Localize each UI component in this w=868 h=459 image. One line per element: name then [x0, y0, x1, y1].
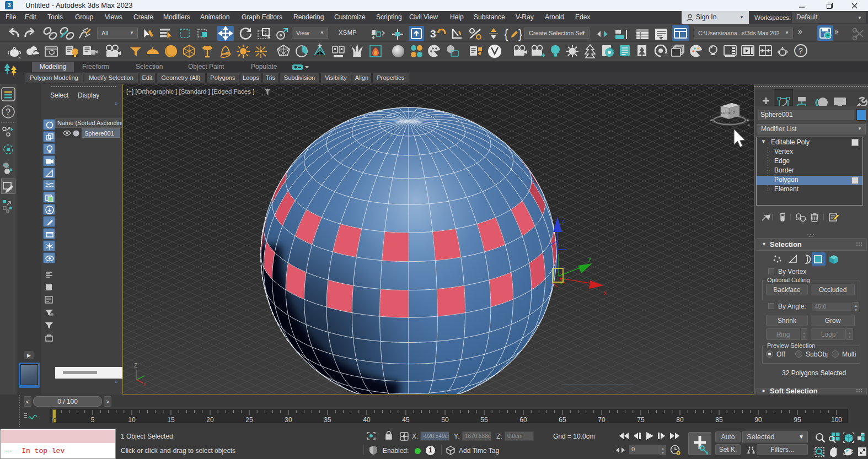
svg-text:65: 65 — [559, 416, 566, 424]
svg-text:30: 30 — [285, 416, 292, 424]
svg-text:45: 45 — [402, 416, 410, 424]
svg-text:10: 10 — [128, 416, 136, 424]
svg-text:}: } — [518, 27, 522, 41]
svg-text:15: 15 — [167, 416, 175, 424]
svg-text:85: 85 — [715, 416, 723, 424]
svg-text:[+] [Orthographic ] [Standard: [+] [Orthographic ] [Standard ] [Edged F… — [126, 88, 254, 95]
svg-text:70: 70 — [598, 416, 606, 424]
svg-text:y: y — [588, 256, 591, 262]
svg-text:90: 90 — [754, 416, 762, 424]
svg-text:95: 95 — [794, 416, 801, 424]
svg-text:3: 3 — [430, 28, 436, 40]
svg-text:75: 75 — [637, 416, 645, 424]
svg-text:50: 50 — [441, 416, 449, 424]
svg-text:40: 40 — [363, 416, 371, 424]
svg-text:20: 20 — [206, 416, 214, 424]
svg-text:80: 80 — [676, 416, 684, 424]
svg-text:100: 100 — [831, 416, 842, 424]
svg-text:?: ? — [799, 46, 803, 55]
svg-text:25: 25 — [245, 416, 253, 424]
svg-text:35: 35 — [324, 416, 331, 424]
svg-text:z: z — [562, 218, 565, 224]
svg-text:55: 55 — [480, 416, 488, 424]
svg-text:60: 60 — [519, 416, 527, 424]
svg-text:x: x — [604, 290, 607, 296]
svg-text:FRONT: FRONT — [721, 111, 732, 115]
svg-text:{: { — [504, 27, 508, 41]
svg-text:?: ? — [6, 107, 10, 117]
svg-text:5: 5 — [91, 416, 95, 424]
svg-text:2: 2 — [733, 111, 735, 115]
svg-text:x: x — [143, 381, 146, 387]
svg-text:Z: Z — [134, 363, 137, 369]
